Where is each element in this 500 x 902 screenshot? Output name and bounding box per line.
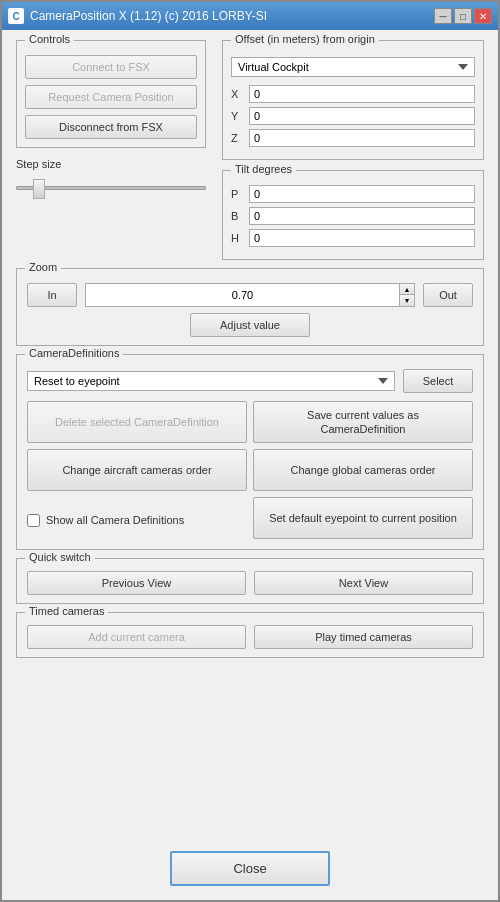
close-button[interactable]: Close	[170, 851, 330, 886]
zoom-input-wrap: ▲ ▼	[85, 283, 415, 307]
zoom-spin-up-button[interactable]: ▲	[400, 284, 414, 295]
request-camera-position-button[interactable]: Request Camera Position	[25, 85, 197, 109]
main-window: C CameraPosition X (1.12) (c) 2016 LORBY…	[0, 0, 500, 902]
window-close-button[interactable]: ✕	[474, 8, 492, 24]
tilt-group: Tilt degrees P B H	[222, 170, 484, 260]
maximize-button[interactable]: □	[454, 8, 472, 24]
b-label: B	[231, 210, 249, 222]
offset-dropdown-row: Virtual Cockpit Cockpit Chase	[231, 57, 475, 77]
quick-switch-row: Previous View Next View	[27, 571, 473, 595]
y-input[interactable]	[249, 107, 475, 125]
camera-definition-select[interactable]: Reset to eyepoint Option 2 Option 3	[27, 371, 395, 391]
timed-cameras-legend: Timed cameras	[25, 605, 108, 617]
zoom-group: Zoom In ▲ ▼ Out Adjust value	[16, 268, 484, 346]
zoom-row: In ▲ ▼ Out	[27, 283, 473, 307]
offset-panel: Offset (in meters) from origin Virtual C…	[222, 40, 484, 260]
z-label: Z	[231, 132, 249, 144]
app-icon: C	[8, 8, 24, 24]
y-row: Y	[231, 107, 475, 125]
step-size-section: Step size	[16, 158, 206, 205]
save-camera-definition-button[interactable]: Save current values as CameraDefinition	[253, 401, 473, 443]
p-label: P	[231, 188, 249, 200]
offset-legend: Offset (in meters) from origin	[231, 33, 379, 45]
select-button[interactable]: Select	[403, 369, 473, 393]
add-current-camera-button[interactable]: Add current camera	[27, 625, 246, 649]
offset-type-select[interactable]: Virtual Cockpit Cockpit Chase	[231, 57, 475, 77]
controls-legend: Controls	[25, 33, 74, 45]
adjust-row: Adjust value	[27, 313, 473, 337]
step-size-slider[interactable]	[16, 178, 206, 198]
disconnect-fsx-button[interactable]: Disconnect from FSX	[25, 115, 197, 139]
previous-view-button[interactable]: Previous View	[27, 571, 246, 595]
z-row: Z	[231, 129, 475, 147]
p-row: P	[231, 185, 475, 203]
x-label: X	[231, 88, 249, 100]
step-size-slider-container	[16, 174, 206, 205]
camera-definitions-group: CameraDefinitions Reset to eyepoint Opti…	[16, 354, 484, 550]
zoom-spin-down-button[interactable]: ▼	[400, 295, 414, 306]
change-global-cameras-button[interactable]: Change global cameras order	[253, 449, 473, 491]
top-row: Controls Connect to FSX Request Camera P…	[16, 40, 484, 260]
adjust-value-button[interactable]: Adjust value	[190, 313, 310, 337]
content-area: Controls Connect to FSX Request Camera P…	[2, 30, 498, 841]
h-row: H	[231, 229, 475, 247]
window-title: CameraPosition X (1.12) (c) 2016 LORBY-S…	[30, 9, 434, 23]
zoom-legend: Zoom	[25, 261, 61, 273]
h-input[interactable]	[249, 229, 475, 247]
show-all-label: Show all Camera Definitions	[46, 514, 184, 526]
zoom-out-button[interactable]: Out	[423, 283, 473, 307]
z-input[interactable]	[249, 129, 475, 147]
p-input[interactable]	[249, 185, 475, 203]
zoom-spinners: ▲ ▼	[399, 283, 415, 307]
next-view-button[interactable]: Next View	[254, 571, 473, 595]
show-all-row: Show all Camera Definitions	[27, 501, 247, 539]
set-default-eyepoint-button[interactable]: Set default eyepoint to current position	[253, 497, 473, 539]
x-input[interactable]	[249, 85, 475, 103]
tilt-legend: Tilt degrees	[231, 163, 296, 175]
quick-switch-legend: Quick switch	[25, 551, 95, 563]
title-bar-buttons: ─ □ ✕	[434, 8, 492, 24]
x-row: X	[231, 85, 475, 103]
step-size-label: Step size	[16, 158, 206, 170]
b-input[interactable]	[249, 207, 475, 225]
controls-panel: Controls Connect to FSX Request Camera P…	[16, 40, 206, 260]
delete-camera-definition-button[interactable]: Delete selected CameraDefinition	[27, 401, 247, 443]
y-label: Y	[231, 110, 249, 122]
timed-cameras-group: Timed cameras Add current camera Play ti…	[16, 612, 484, 658]
zoom-value-input[interactable]	[85, 283, 399, 307]
zoom-section: Zoom In ▲ ▼ Out Adjust value	[16, 268, 484, 346]
connect-fsx-button[interactable]: Connect to FSX	[25, 55, 197, 79]
footer: Close	[2, 841, 498, 900]
timed-cameras-row: Add current camera Play timed cameras	[27, 625, 473, 649]
change-aircraft-cameras-button[interactable]: Change aircraft cameras order	[27, 449, 247, 491]
title-bar: C CameraPosition X (1.12) (c) 2016 LORBY…	[2, 2, 498, 30]
cam-def-grid: Delete selected CameraDefinition Save cu…	[27, 401, 473, 539]
h-label: H	[231, 232, 249, 244]
cam-def-row1: Reset to eyepoint Option 2 Option 3 Sele…	[27, 369, 473, 393]
show-all-checkbox[interactable]	[27, 514, 40, 527]
camera-definitions-legend: CameraDefinitions	[25, 347, 123, 359]
controls-group: Controls Connect to FSX Request Camera P…	[16, 40, 206, 148]
b-row: B	[231, 207, 475, 225]
zoom-in-button[interactable]: In	[27, 283, 77, 307]
quick-switch-group: Quick switch Previous View Next View	[16, 558, 484, 604]
play-timed-cameras-button[interactable]: Play timed cameras	[254, 625, 473, 649]
minimize-button[interactable]: ─	[434, 8, 452, 24]
offset-group: Offset (in meters) from origin Virtual C…	[222, 40, 484, 160]
